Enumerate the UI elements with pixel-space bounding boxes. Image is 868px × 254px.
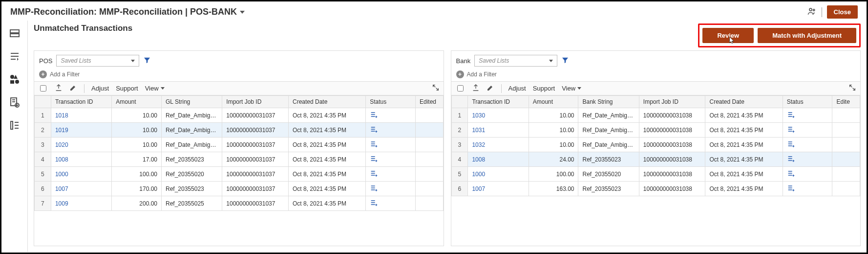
col-created[interactable]: Created Date xyxy=(288,96,365,108)
transaction-link[interactable]: 1007 xyxy=(472,185,485,192)
review-button[interactable]: Review xyxy=(702,28,754,43)
bank-view-dropdown[interactable]: View xyxy=(562,85,581,92)
status-icon[interactable] xyxy=(787,155,795,162)
bank-view-label: View xyxy=(562,85,575,92)
bank-add-filter[interactable]: + Add a Filter xyxy=(456,70,856,78)
edit-icon[interactable] xyxy=(487,84,494,93)
bank-adjust-button[interactable]: Adjust xyxy=(508,85,526,92)
pos-select-all-checkbox[interactable] xyxy=(40,85,46,92)
edit-icon[interactable] xyxy=(69,84,77,93)
transaction-link[interactable]: 1008 xyxy=(472,156,485,163)
col-created[interactable]: Created Date xyxy=(705,96,783,108)
table-row[interactable]: 61007170.00Ref_20355023100000000031037Oc… xyxy=(35,182,444,196)
table-row[interactable]: 3103210.00Ref_Date_Ambiguou1000000000310… xyxy=(451,138,860,152)
table-row[interactable]: 2101910.00Ref_Date_Ambiguou1000000000310… xyxy=(35,123,444,138)
rail-flash-icon[interactable] xyxy=(9,50,21,64)
col-gl[interactable]: GL String xyxy=(161,96,222,108)
table-row[interactable]: 2103110.00Ref_Date_Ambiguou1000000000310… xyxy=(451,123,860,138)
status-icon[interactable] xyxy=(370,184,378,192)
expand-icon[interactable] xyxy=(848,84,856,93)
rail-list-icon[interactable] xyxy=(9,119,21,133)
export-icon[interactable] xyxy=(55,84,63,93)
table-row[interactable]: 51000100.00Ref_20355020100000000031038Oc… xyxy=(451,167,860,182)
table-row[interactable]: 4100824.00Ref_20355023100000000031038Oct… xyxy=(451,152,860,167)
pos-adjust-button[interactable]: Adjust xyxy=(91,85,109,92)
page-title-dropdown[interactable]: MMP-Reconciliation: MMP-Reconciliation |… xyxy=(10,7,245,17)
col-job[interactable]: Import Job ID xyxy=(222,96,289,108)
pos-view-dropdown[interactable]: View xyxy=(145,85,165,92)
export-icon[interactable] xyxy=(472,84,480,93)
status-icon[interactable] xyxy=(370,125,378,133)
rail-doc-check-icon[interactable] xyxy=(9,96,21,110)
transaction-link[interactable]: 1018 xyxy=(55,112,68,119)
status-icon[interactable] xyxy=(370,155,378,162)
cell-status xyxy=(366,138,416,152)
review-label: Review xyxy=(717,32,739,39)
table-row[interactable]: 61007163.00Ref_20355023100000000031038Oc… xyxy=(451,182,860,196)
cell-edited xyxy=(832,108,860,123)
close-button[interactable]: Close xyxy=(827,5,858,19)
transaction-link[interactable]: 1000 xyxy=(55,171,68,178)
table-row[interactable]: 51000100.00Ref_20355020100000000031037Oc… xyxy=(35,167,444,182)
cell-edited xyxy=(415,167,443,182)
table-row[interactable]: 1101810.00Ref_Date_Ambiguou1000000000310… xyxy=(35,108,444,123)
status-icon[interactable] xyxy=(787,169,795,177)
match-with-adjustment-button[interactable]: Match with Adjustment xyxy=(758,28,856,43)
cell-string: Ref_20355020 xyxy=(161,167,222,182)
pos-support-button[interactable]: Support xyxy=(116,85,138,92)
bank-support-button[interactable]: Support xyxy=(533,85,555,92)
transaction-link[interactable]: 1031 xyxy=(472,127,485,134)
cell-created: Oct 8, 2021 4:35 PM xyxy=(288,196,365,211)
transaction-link[interactable]: 1000 xyxy=(472,171,485,178)
table-row[interactable]: 3102010.00Ref_Date_Ambiguou1000000000310… xyxy=(35,138,444,152)
people-icon[interactable] xyxy=(807,6,817,18)
col-edited[interactable]: Edited xyxy=(415,96,443,108)
status-icon[interactable] xyxy=(370,199,378,207)
cell-amount: 10.00 xyxy=(529,123,578,138)
col-edited[interactable]: Edite xyxy=(832,96,860,108)
bank-select-all-checkbox[interactable] xyxy=(457,85,464,92)
row-number: 4 xyxy=(451,152,468,167)
status-icon[interactable] xyxy=(787,184,795,192)
col-tid[interactable]: Transaction ID xyxy=(51,96,111,108)
col-status[interactable]: Status xyxy=(366,96,416,108)
pos-add-filter[interactable]: + Add a Filter xyxy=(39,70,439,78)
status-icon[interactable] xyxy=(370,169,378,177)
status-icon[interactable] xyxy=(370,111,378,118)
transaction-link[interactable]: 1020 xyxy=(55,141,68,148)
col-amount[interactable]: Amount xyxy=(112,96,162,108)
rail-overview-icon[interactable] xyxy=(9,27,21,41)
col-status[interactable]: Status xyxy=(783,96,832,108)
col-amount[interactable]: Amount xyxy=(529,96,578,108)
rail-shapes-icon[interactable] xyxy=(9,73,21,87)
transaction-link[interactable]: 1007 xyxy=(55,185,68,192)
status-icon[interactable] xyxy=(787,125,795,133)
cell-status xyxy=(366,182,416,196)
transaction-link[interactable]: 1032 xyxy=(472,141,485,148)
plus-icon: + xyxy=(39,70,47,78)
col-tid[interactable]: Transaction ID xyxy=(468,96,529,108)
cell-job: 100000000031037 xyxy=(222,152,289,167)
cell-status xyxy=(783,182,832,196)
transaction-link[interactable]: 1008 xyxy=(55,156,68,163)
filter-icon[interactable] xyxy=(561,56,569,66)
caret-down-icon xyxy=(549,60,553,62)
status-icon[interactable] xyxy=(787,111,795,118)
bank-saved-lists-dropdown[interactable]: Saved Lists xyxy=(474,55,557,67)
table-row[interactable]: 71009200.00Ref_20355025100000000031037Oc… xyxy=(35,196,444,211)
row-number: 4 xyxy=(35,152,51,167)
table-row[interactable]: 1103010.00Ref_Date_Ambiguou1000000000310… xyxy=(451,108,860,123)
col-bank[interactable]: Bank String xyxy=(578,96,639,108)
cell-amount: 10.00 xyxy=(529,138,578,152)
row-number: 5 xyxy=(451,167,468,182)
transaction-link[interactable]: 1019 xyxy=(55,127,68,134)
table-row[interactable]: 4100817.00Ref_20355023100000000031037Oct… xyxy=(35,152,444,167)
transaction-link[interactable]: 1030 xyxy=(472,112,485,119)
status-icon[interactable] xyxy=(370,140,378,148)
status-icon[interactable] xyxy=(787,140,795,148)
expand-icon[interactable] xyxy=(432,84,440,93)
pos-saved-lists-dropdown[interactable]: Saved Lists xyxy=(56,55,139,67)
transaction-link[interactable]: 1009 xyxy=(55,200,68,207)
col-job[interactable]: Import Job ID xyxy=(639,96,705,108)
filter-icon[interactable] xyxy=(143,56,151,66)
